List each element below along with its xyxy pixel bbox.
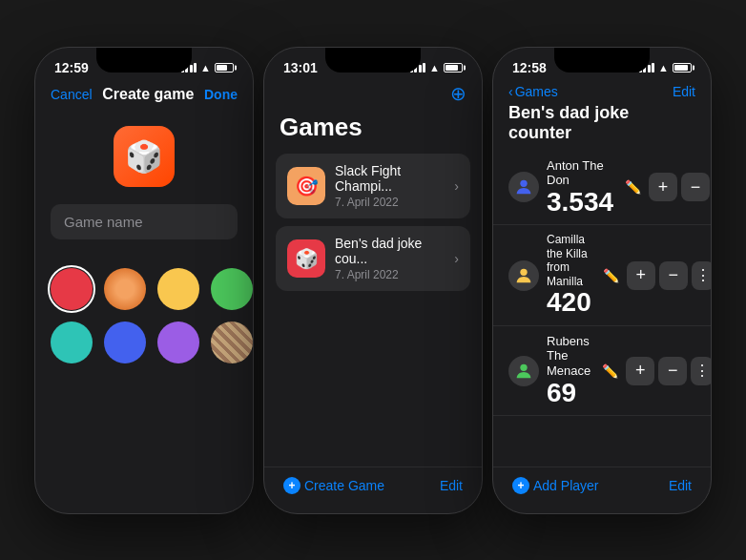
player-score-3: 69 — [547, 379, 591, 408]
phone-games-list: 13:01 ▲ ⊕ Games 🎯 — [263, 47, 483, 514]
player-info-3: Rubens The Menace 69 — [547, 334, 591, 408]
more-player-2[interactable]: ⋮ — [692, 261, 712, 290]
player-score-1: 3.534 — [547, 188, 613, 218]
player-avatar-1 — [508, 172, 539, 202]
player-row-3: Rubens The Menace 69 ✏️ + − ⋮ — [493, 326, 711, 417]
create-game-nav: Cancel Create game Done — [35, 82, 253, 111]
decrement-player-1[interactable]: − — [681, 173, 710, 201]
color-picker — [51, 268, 238, 363]
color-purple[interactable] — [157, 321, 199, 363]
phone-create-game: 12:59 ▲ Cancel Create game Done — [34, 47, 254, 514]
phone-score-counter: 12:58 ▲ ‹ Games Edit Ben's dad — [492, 47, 712, 514]
player-row-2: Camilla the Killa from Manilla 420 ✏️ + … — [493, 225, 711, 325]
battery-icon-2 — [444, 63, 463, 73]
color-green[interactable] — [211, 268, 253, 310]
increment-player-1[interactable]: + — [649, 173, 677, 201]
player-controls-1: + − ⋮ — [649, 173, 712, 201]
player-info-2: Camilla the Killa from Manilla 420 — [547, 233, 591, 317]
done-button[interactable]: Done — [204, 87, 238, 102]
nav-title: Create game — [102, 86, 194, 103]
decrement-player-2[interactable]: − — [659, 261, 688, 290]
player-row-1: Anton The Don 3.534 ✏️ + − ⋮ — [493, 151, 711, 226]
color-teal[interactable] — [51, 321, 93, 363]
game-item-2[interactable]: 🎲 Ben's dad joke cou... 7. April 2022 › — [276, 226, 470, 291]
game-icon-area[interactable]: 🎲 — [35, 111, 253, 195]
chevron-back-icon: ‹ — [508, 84, 513, 99]
game-info-1: Slack Fight Champi... 7. April 2022 — [335, 163, 445, 209]
player-avatar-2 — [508, 260, 539, 291]
wifi-icon-1: ▲ — [200, 62, 211, 73]
increment-player-3[interactable]: + — [626, 357, 654, 385]
game-icon[interactable]: 🎲 — [114, 126, 175, 187]
color-red[interactable] — [51, 268, 93, 310]
svg-point-2 — [520, 363, 527, 370]
player-name-3: Rubens The Menace — [547, 334, 591, 379]
edit-player-1-icon[interactable]: ✏️ — [625, 179, 641, 195]
game-date-1: 7. April 2022 — [335, 196, 445, 209]
player-controls-3: + − ⋮ — [626, 357, 712, 385]
svg-point-0 — [520, 180, 527, 187]
battery-icon-3 — [673, 63, 692, 73]
counter-nav: ‹ Games Edit — [493, 82, 711, 99]
game-item-1[interactable]: 🎯 Slack Fight Champi... 7. April 2022 › — [276, 154, 470, 218]
player-controls-2: + − ⋮ — [627, 261, 712, 290]
counter-bottom-bar: + Add Player Edit — [493, 467, 711, 513]
status-time-3: 12:58 — [512, 60, 547, 75]
game-name-1: Slack Fight Champi... — [335, 163, 445, 194]
player-name-1: Anton The Don — [547, 158, 613, 188]
add-player-icon: + — [512, 477, 529, 494]
decrement-player-3[interactable]: − — [658, 357, 687, 385]
color-blue[interactable] — [104, 321, 146, 363]
games-bottom-bar: + Create Game Edit — [264, 467, 482, 513]
increment-player-2[interactable]: + — [627, 261, 655, 290]
edit-players-button[interactable]: Edit — [669, 478, 692, 493]
games-list: 🎯 Slack Fight Champi... 7. April 2022 › … — [264, 154, 482, 291]
add-game-button[interactable]: ⊕ — [450, 82, 466, 105]
battery-icon-1 — [215, 63, 234, 73]
wifi-icon-3: ▲ — [658, 62, 669, 73]
games-nav: ⊕ — [264, 82, 482, 109]
wifi-icon-2: ▲ — [429, 62, 440, 73]
edit-player-3-icon[interactable]: ✏️ — [602, 363, 618, 379]
create-game-button[interactable]: + Create Game — [283, 477, 384, 494]
edit-player-2-icon[interactable]: ✏️ — [603, 268, 619, 283]
color-orange[interactable] — [104, 268, 146, 310]
game-info-2: Ben's dad joke cou... 7. April 2022 — [335, 236, 445, 281]
plus-circle-icon: + — [283, 477, 300, 494]
counter-title: Ben's dad joke counter — [493, 99, 711, 151]
game-icon-2: 🎲 — [287, 239, 325, 278]
game-date-2: 7. April 2022 — [335, 268, 445, 281]
cancel-button[interactable]: Cancel — [51, 87, 93, 102]
player-name-2: Camilla the Killa from Manilla — [547, 233, 591, 288]
player-avatar-3 — [508, 356, 539, 386]
chevron-icon-2: › — [454, 251, 459, 266]
svg-point-1 — [520, 268, 527, 275]
player-score-2: 420 — [547, 288, 591, 318]
game-icon-1: 🎯 — [287, 167, 325, 205]
games-title: Games — [264, 109, 482, 154]
back-button[interactable]: ‹ Games — [508, 84, 558, 99]
game-name-2: Ben's dad joke cou... — [335, 236, 445, 266]
more-player-3[interactable]: ⋮ — [691, 357, 712, 385]
chevron-icon-1: › — [454, 178, 459, 194]
player-info-1: Anton The Don 3.534 — [547, 158, 613, 218]
color-yellow[interactable] — [157, 268, 199, 310]
color-tan[interactable] — [211, 321, 253, 363]
game-name-input[interactable]: Game name — [51, 204, 238, 239]
status-time-2: 13:01 — [283, 60, 318, 75]
edit-counter-button[interactable]: Edit — [673, 84, 695, 99]
status-time-1: 12:59 — [54, 60, 89, 75]
edit-games-button[interactable]: Edit — [440, 478, 463, 493]
add-player-button[interactable]: + Add Player — [512, 477, 598, 494]
